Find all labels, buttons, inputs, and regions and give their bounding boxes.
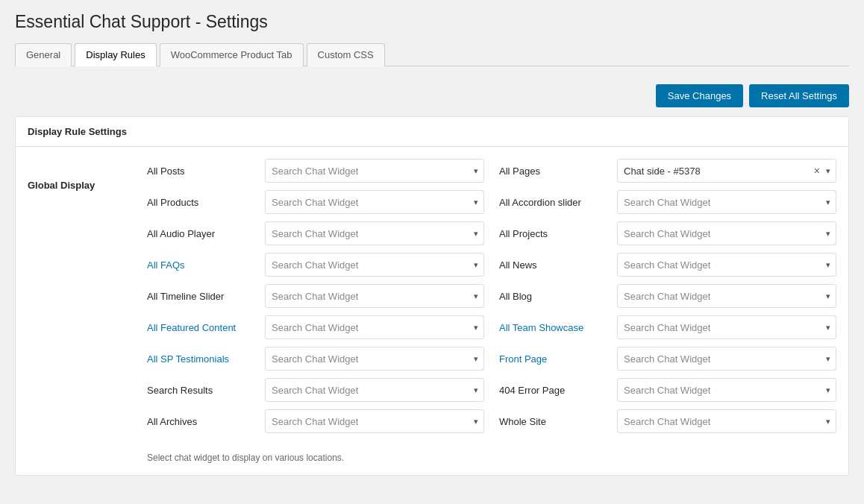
field-whole-site: Whole Site Search Chat Widget — [499, 409, 836, 433]
select-all-timeline-slider[interactable]: Search Chat Widget — [265, 284, 484, 308]
select-all-products[interactable]: Search Chat Widget — [265, 190, 484, 214]
select-wrapper-all-audio-player: Search Chat Widget — [265, 221, 484, 245]
label-all-sp-testimonials: All SP Testimonials — [147, 353, 259, 365]
select-wrapper-all-team-showcase: Search Chat Widget — [617, 315, 836, 339]
select-wrapper-all-sp-testimonials: Search Chat Widget — [265, 347, 484, 371]
field-all-products: All Products Search Chat Widget — [147, 190, 484, 214]
select-wrapper-whole-site: Search Chat Widget — [617, 409, 836, 433]
field-404-error-page: 404 Error Page Search Chat Widget — [499, 378, 836, 402]
select-all-audio-player[interactable]: Search Chat Widget — [265, 221, 484, 245]
label-all-pages: All Pages — [499, 166, 611, 177]
select-front-page[interactable]: Search Chat Widget — [617, 347, 836, 371]
select-all-pages[interactable]: Chat side - #5378 Search Chat Widget — [617, 159, 836, 183]
select-wrapper-all-faqs: Search Chat Widget — [265, 253, 484, 277]
select-search-results[interactable]: Search Chat Widget — [265, 378, 484, 402]
field-all-audio-player: All Audio Player Search Chat Widget — [147, 221, 484, 245]
settings-card-header: Display Rule Settings — [16, 117, 848, 147]
select-wrapper-all-blog: Search Chat Widget — [617, 284, 836, 308]
select-wrapper-front-page: Search Chat Widget — [617, 347, 836, 371]
select-wrapper-all-products: Search Chat Widget — [265, 190, 484, 214]
label-all-projects: All Projects — [499, 228, 611, 239]
field-search-results: Search Results Search Chat Widget — [147, 378, 484, 402]
select-all-accordion-slider[interactable]: Search Chat Widget — [617, 190, 836, 214]
select-all-sp-testimonials[interactable]: Search Chat Widget — [265, 347, 484, 371]
select-404-error-page[interactable]: Search Chat Widget — [617, 378, 836, 402]
select-wrapper-all-posts: Search Chat Widget — [265, 159, 484, 183]
field-all-pages: All Pages Chat side - #5378 Search Chat … — [499, 159, 836, 183]
field-all-team-showcase: All Team Showcase Search Chat Widget — [499, 315, 836, 339]
label-all-featured-content: All Featured Content — [147, 322, 259, 333]
label-all-news: All News — [499, 259, 611, 271]
label-all-archives: All Archives — [147, 416, 259, 427]
field-all-posts: All Posts Search Chat Widget — [147, 159, 484, 183]
global-display-row: Global Display All Posts Search Chat Wid… — [28, 159, 836, 433]
select-wrapper-all-accordion-slider: Search Chat Widget — [617, 190, 836, 214]
select-all-team-showcase[interactable]: Search Chat Widget — [617, 315, 836, 339]
tab-general[interactable]: General — [15, 43, 72, 66]
label-all-team-showcase: All Team Showcase — [499, 322, 611, 333]
tab-woocommerce[interactable]: WooCommerce Product Tab — [160, 43, 304, 66]
clear-all-pages[interactable]: × — [814, 166, 820, 176]
label-search-results: Search Results — [147, 385, 259, 396]
footer-note: Select chat widget to display on various… — [16, 445, 848, 475]
label-all-timeline-slider: All Timeline Slider — [147, 291, 259, 302]
select-all-featured-content[interactable]: Search Chat Widget — [265, 315, 484, 339]
select-wrapper-all-projects: Search Chat Widget — [617, 221, 836, 245]
reset-all-settings-button[interactable]: Reset All Settings — [749, 84, 849, 107]
save-changes-button[interactable]: Save Changes — [656, 84, 743, 107]
field-all-archives: All Archives Search Chat Widget — [147, 409, 484, 433]
global-display-label: Global Display — [28, 159, 147, 191]
page-title: Essential Chat Support - Settings — [15, 12, 849, 32]
select-all-archives[interactable]: Search Chat Widget — [265, 409, 484, 433]
field-all-news: All News Search Chat Widget — [499, 253, 836, 277]
field-all-projects: All Projects Search Chat Widget — [499, 221, 836, 245]
tab-bar: General Display Rules WooCommerce Produc… — [15, 42, 849, 66]
label-404-error-page: 404 Error Page — [499, 385, 611, 396]
select-wrapper-all-archives: Search Chat Widget — [265, 409, 484, 433]
select-all-posts[interactable]: Search Chat Widget — [265, 159, 484, 183]
field-all-timeline-slider: All Timeline Slider Search Chat Widget — [147, 284, 484, 308]
tab-custom-css[interactable]: Custom CSS — [307, 43, 385, 66]
label-all-posts: All Posts — [147, 166, 259, 177]
label-all-accordion-slider: All Accordion slider — [499, 197, 611, 208]
label-all-products: All Products — [147, 197, 259, 208]
field-all-accordion-slider: All Accordion slider Search Chat Widget — [499, 190, 836, 214]
select-whole-site[interactable]: Search Chat Widget — [617, 409, 836, 433]
field-all-sp-testimonials: All SP Testimonials Search Chat Widget — [147, 347, 484, 371]
label-all-audio-player: All Audio Player — [147, 228, 259, 239]
settings-card-body: Global Display All Posts Search Chat Wid… — [16, 147, 848, 445]
select-all-projects[interactable]: Search Chat Widget — [617, 221, 836, 245]
select-wrapper-404-error-page: Search Chat Widget — [617, 378, 836, 402]
field-front-page: Front Page Search Chat Widget — [499, 347, 836, 371]
label-all-faqs: All FAQs — [147, 259, 259, 271]
tab-display-rules[interactable]: Display Rules — [75, 43, 156, 66]
settings-card: Display Rule Settings Global Display All… — [15, 116, 849, 476]
select-wrapper-search-results: Search Chat Widget — [265, 378, 484, 402]
select-all-news[interactable]: Search Chat Widget — [617, 253, 836, 277]
select-wrapper-all-featured-content: Search Chat Widget — [265, 315, 484, 339]
label-front-page: Front Page — [499, 353, 611, 365]
label-all-blog: All Blog — [499, 291, 611, 302]
rule-fields: All Posts Search Chat Widget All Pages C… — [147, 159, 836, 433]
select-wrapper-all-pages: Chat side - #5378 Search Chat Widget × — [617, 159, 836, 183]
select-wrapper-all-timeline-slider: Search Chat Widget — [265, 284, 484, 308]
select-all-blog[interactable]: Search Chat Widget — [617, 284, 836, 308]
field-all-faqs: All FAQs Search Chat Widget — [147, 253, 484, 277]
select-all-faqs[interactable]: Search Chat Widget — [265, 253, 484, 277]
label-whole-site: Whole Site — [499, 416, 611, 427]
field-all-featured-content: All Featured Content Search Chat Widget — [147, 315, 484, 339]
field-all-blog: All Blog Search Chat Widget — [499, 284, 836, 308]
toolbar: Save Changes Reset All Settings — [0, 75, 864, 116]
select-wrapper-all-news: Search Chat Widget — [617, 253, 836, 277]
